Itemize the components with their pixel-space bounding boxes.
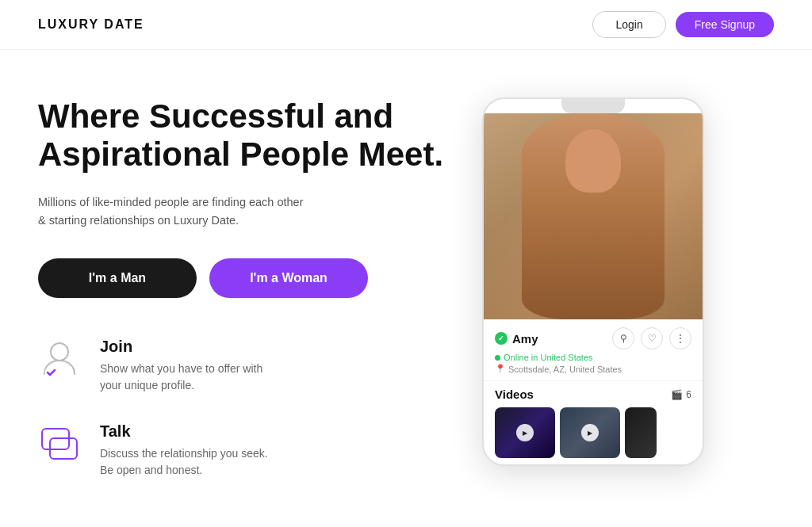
feature-talk: Talk Discuss the relationship you seek. … <box>38 422 450 479</box>
feature-join: Join Show what you have to offer with yo… <box>38 338 450 394</box>
header: LUXURY DATE Login Free Signup <box>0 0 812 50</box>
videos-header: Videos 🎬 6 <box>495 388 691 401</box>
profile-actions: ⚲ ♡ ⋮ <box>612 327 691 349</box>
play-button-2[interactable]: ▶ <box>581 424 599 441</box>
main-content: Where Successful and Aspirational People… <box>0 50 812 479</box>
header-buttons: Login Free Signup <box>592 11 774 38</box>
subtitle-line2: & starting relationships on Luxury Date. <box>38 214 239 227</box>
online-dot <box>495 355 500 361</box>
profile-name: ✓ Amy <box>495 332 538 346</box>
talk-text: Talk Discuss the relationship you seek. … <box>100 422 268 479</box>
join-title: Join <box>100 338 262 356</box>
talk-icon <box>38 422 81 465</box>
profile-name-row: ✓ Amy ⚲ ♡ ⋮ <box>495 327 691 349</box>
videos-title: Videos <box>495 388 534 401</box>
gender-action-button[interactable]: ⚲ <box>612 327 634 349</box>
gender-buttons: I'm a Man I'm a Woman <box>38 258 450 298</box>
online-status: Online in United States <box>495 353 691 362</box>
logo: LUXURY DATE <box>38 17 144 32</box>
videos-grid: ▶ ▶ <box>495 407 691 458</box>
talk-title: Talk <box>100 422 268 441</box>
location-text: Scottsdale, AZ, United States <box>508 365 622 374</box>
hero-title: Where Successful and Aspirational People… <box>38 97 450 174</box>
subtitle-line1: Millions of like-minded people are findi… <box>38 196 304 208</box>
like-button[interactable]: ♡ <box>641 327 663 349</box>
login-button[interactable]: Login <box>592 11 665 38</box>
features-list: Join Show what you have to offer with yo… <box>38 338 450 479</box>
video-thumb-3[interactable] <box>625 407 657 458</box>
phone-mockup: ✓ Amy ⚲ ♡ ⋮ Online in United States 📍 Sc… <box>482 97 704 466</box>
right-panel: ✓ Amy ⚲ ♡ ⋮ Online in United States 📍 Sc… <box>482 97 716 479</box>
woman-button[interactable]: I'm a Woman <box>209 258 368 298</box>
video-thumb-1[interactable]: ▶ <box>495 407 555 458</box>
video-icon: 🎬 <box>671 389 683 400</box>
phone-profile: ✓ Amy ⚲ ♡ ⋮ Online in United States 📍 Sc… <box>484 319 703 381</box>
svg-point-0 <box>51 343 68 361</box>
video-thumb-2[interactable]: ▶ <box>560 407 620 458</box>
join-description: Show what you have to offer with your un… <box>100 361 262 394</box>
location-row: 📍 Scottsdale, AZ, United States <box>495 364 691 374</box>
videos-count-number: 6 <box>686 389 691 400</box>
phone-videos: Videos 🎬 6 ▶ ▶ <box>484 381 703 464</box>
left-panel: Where Successful and Aspirational People… <box>38 97 450 479</box>
phone-notch <box>561 99 625 113</box>
verified-icon: ✓ <box>495 332 508 345</box>
videos-count: 🎬 6 <box>671 389 691 400</box>
online-status-text: Online in United States <box>504 353 593 362</box>
join-icon <box>38 338 81 380</box>
play-button-1[interactable]: ▶ <box>516 424 534 441</box>
talk-description: Discuss the relationship you seek. Be op… <box>100 445 268 479</box>
signup-button[interactable]: Free Signup <box>676 12 774 37</box>
profile-name-text: Amy <box>512 332 538 346</box>
more-button[interactable]: ⋮ <box>669 327 691 349</box>
join-text: Join Show what you have to offer with yo… <box>100 338 262 394</box>
hero-subtitle: Millions of like-minded people are findi… <box>38 193 450 230</box>
profile-photo <box>484 113 703 319</box>
woman-head <box>565 129 621 193</box>
man-button[interactable]: I'm a Man <box>38 258 197 298</box>
location-icon: 📍 <box>495 364 506 374</box>
